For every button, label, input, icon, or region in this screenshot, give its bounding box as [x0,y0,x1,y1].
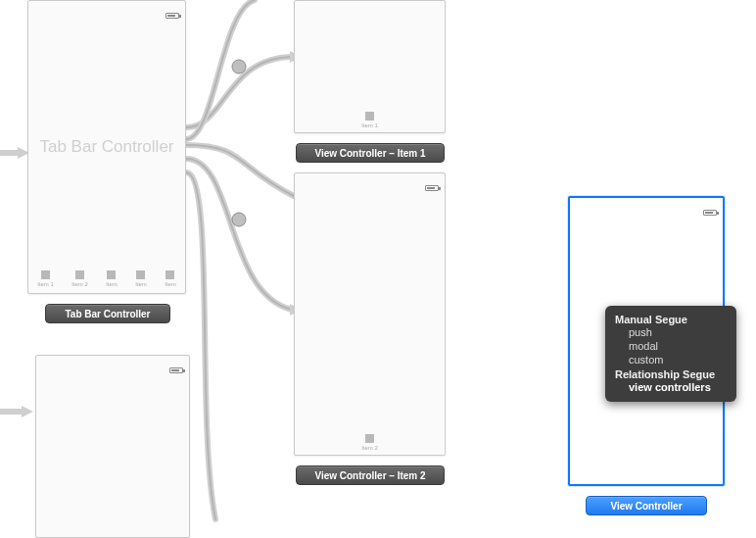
tab-bar-item-label: Item 2 [71,281,88,287]
tab-bar-item[interactable]: Item 2 [71,270,88,287]
battery-icon [169,367,183,373]
segue-option-custom[interactable]: custom [615,353,727,367]
square-icon [365,434,374,443]
square-icon [365,112,374,121]
tab-bar-item[interactable]: Item [106,270,118,287]
svg-point-2 [232,213,246,226]
tab-bar-item[interactable]: Item [135,270,147,287]
segue-popover-header-manual: Manual Segue [615,314,727,325]
scene-tab-bar-controller[interactable]: Tab Bar Controller Item 1 Item 2 Item It… [27,0,186,294]
battery-icon [703,210,717,216]
square-icon [75,270,84,279]
scene-title-view-controller-item-2[interactable]: View Controller – Item 2 [296,465,445,485]
battery-icon [165,13,179,19]
scene-title-tab-bar-controller[interactable]: Tab Bar Controller [45,304,170,323]
tab-bar-item-label: Item 2 [361,445,378,451]
scene-tab-bar: Item 1 [295,112,445,128]
svg-marker-5 [22,406,33,417]
scene-view-controller-item-1[interactable]: Item 1 [294,0,446,133]
scene-view-controller-item-2[interactable]: Item 2 [294,172,446,456]
square-icon [136,270,145,279]
segue-popover[interactable]: Manual Segue push modal custom Relations… [605,306,736,402]
segue-option-modal[interactable]: modal [615,339,727,353]
square-icon [107,270,116,279]
tab-bar-item-label: Item [165,281,176,287]
svg-point-1 [232,60,246,73]
tab-bar-item-label: Item 1 [37,281,54,287]
storyboard-canvas[interactable]: Tab Bar Controller Item 1 Item 2 Item It… [0,0,756,538]
square-icon [41,270,50,279]
battery-icon [425,185,439,191]
tab-bar-item-label: Item 1 [361,122,378,128]
scene-title-view-controller-selected[interactable]: View Controller [586,496,707,515]
scene-placeholder-title: Tab Bar Controller [39,137,173,157]
status-bar [165,5,179,23]
square-icon [165,270,174,279]
tab-bar-item[interactable]: Item [165,270,176,287]
tab-bar-item-label: Item [106,281,118,287]
tab-bar-item-label: Item [135,281,147,287]
segue-popover-header-relationship: Relationship Segue [615,368,727,380]
tab-bar-items: Item 1 Item 2 Item Item Item [28,270,185,287]
segue-option-push[interactable]: push [615,325,727,339]
tab-bar-item[interactable]: Item 1 [37,270,54,287]
scene-tab-bar: Item 2 [295,434,445,451]
status-bar [425,177,439,195]
status-bar [169,360,183,377]
scene-partial-bottom-left[interactable] [35,355,190,538]
segue-option-view-controllers[interactable]: view controllers [615,380,727,394]
status-bar [703,202,717,220]
scene-title-view-controller-item-1[interactable]: View Controller – Item 1 [296,143,445,163]
